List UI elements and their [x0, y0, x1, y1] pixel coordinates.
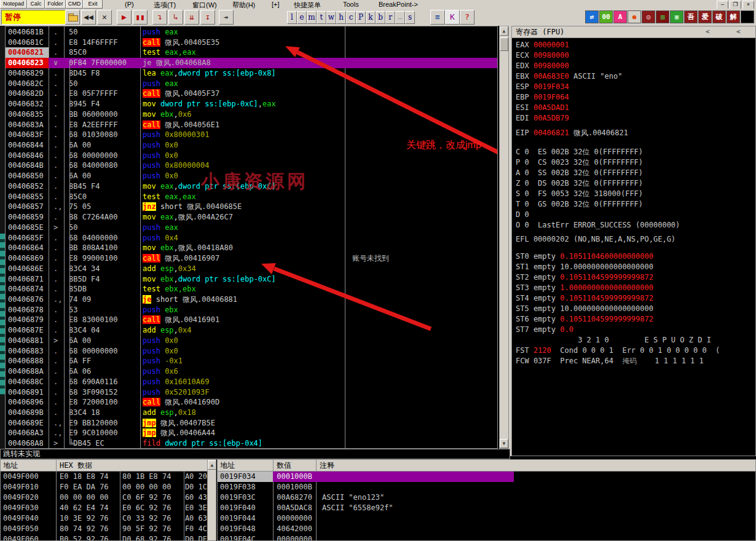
close-button[interactable]: ×	[742, 1, 754, 9]
window-button-t[interactable]: t	[317, 11, 326, 24]
plugin-swap-icon[interactable]: ⇄	[585, 10, 599, 23]
register-line[interactable]: 3 2 1 0 E S P U O Z D I	[516, 335, 755, 346]
disasm-row[interactable]: 0040685E>50push eax	[6, 223, 497, 233]
disasm-row[interactable]: 00406878.53push ebx	[6, 305, 497, 315]
disasm-row[interactable]: 00406821.85C0test eax,eax	[6, 47, 497, 58]
restore-button[interactable]: ❐	[730, 1, 741, 9]
disasm-row[interactable]: 00406879.E8 83000100call 微风.00416901	[6, 315, 497, 325]
window-button-m[interactable]: m	[307, 11, 317, 24]
trace-into-button[interactable]: ⇊	[184, 10, 199, 25]
collapse-icon[interactable]: <	[706, 26, 710, 38]
open-file-button[interactable]	[65, 10, 80, 25]
plugin-52pojie-4[interactable]: 解	[726, 10, 740, 23]
register-line[interactable]: ST1 empty 10.000000000000000000	[516, 262, 755, 272]
register-line[interactable]: ST2 empty 0.1051104599999999872	[516, 272, 755, 283]
disasm-scrollbar[interactable]: ▲ ▼	[499, 26, 509, 449]
disasm-row[interactable]: 00406864.BB 808A4100mov ebx,微风.00418A80	[6, 243, 497, 253]
register-line[interactable]: C 0 ES 002B 32位 0(FFFFFFFF)	[516, 147, 755, 157]
scroll-up-icon[interactable]: ▲	[500, 26, 508, 36]
window-button-b[interactable]: b	[376, 11, 385, 24]
plugin-screen-icon[interactable]: ▣	[670, 10, 683, 23]
disasm-row[interactable]: 00406829.8D45 F8lea eax,dword ptr ss:[eb…	[6, 68, 497, 79]
disasm-row[interactable]: 0040688C.68 690A0116push 0x16010A69	[6, 377, 497, 387]
plugin-record-icon[interactable]: ●	[628, 10, 641, 23]
register-line[interactable]: A 0 SS 002B 32位 0(FFFFFFFF)	[516, 168, 755, 178]
register-line[interactable]: ST0 empty 0.1051104600000000000	[516, 251, 755, 262]
menu-item[interactable]: 帮助(H)	[232, 1, 255, 9]
quickbar-button-exit[interactable]: Exit	[83, 0, 103, 9]
menu-item[interactable]: 选项(T)	[154, 1, 176, 9]
disasm-row[interactable]: 00406832.8945 F4mov dword ptr ss:[ebp-0x…	[6, 99, 497, 109]
memory-dump-pane[interactable]: 地址 HEX 数据 0049F000E0 18 E8 7480 1B E8 74…	[0, 459, 216, 541]
registers-pane[interactable]: 寄存器 (FPU) < < EAX 00000001ECX 00980000ED…	[511, 26, 756, 456]
stack-row[interactable]: 0019F0340001000B	[218, 472, 514, 482]
disasm-row[interactable]: 0040689E.,E9 BB120000jmp 微风.00407B5E	[6, 418, 497, 428]
register-line[interactable]: ST6 empty 0.1051104599999999872	[516, 314, 755, 325]
window-button-e[interactable]: e	[297, 11, 307, 24]
disasm-row[interactable]: 00406896.E8 72000100call 微风.0041690D	[6, 397, 497, 408]
menu-item[interactable]: Tools	[343, 1, 359, 8]
disasm-row[interactable]: 0040681C.E8 14F6FFFFcall 微风.00405E35	[6, 38, 497, 48]
options-list-button[interactable]: ≡	[430, 10, 445, 25]
menu-item[interactable]: 快捷菜单	[294, 1, 321, 9]
register-line[interactable]: EBX 00A683E0 ASCII "eno"	[516, 71, 755, 82]
register-line[interactable]: EFL 00000202 (NO,NB,NE,A,NS,PO,GE,G)	[516, 234, 755, 245]
scroll-thumb[interactable]	[500, 38, 508, 51]
register-line[interactable]: EAX 00000001	[516, 40, 755, 50]
trace-over-button[interactable]: ↧	[200, 10, 215, 25]
close-process-button[interactable]: ✕	[97, 10, 112, 25]
register-line[interactable]: P 0 CS 0023 32位 0(FFFFFFFF)	[516, 157, 755, 168]
disasm-row[interactable]: 00406888.6A FFpush -0x1	[6, 356, 497, 366]
disasm-row[interactable]: 00406881>6A 00push 0x0	[6, 336, 497, 346]
stack-row[interactable]: 0019F04C00000000	[218, 534, 514, 541]
window-button-w[interactable]: w	[326, 11, 336, 24]
dump-scrollbar[interactable]: ▲	[207, 460, 216, 540]
disasm-row[interactable]: 00406835.BB 06000000mov ebx,0x6	[6, 109, 497, 120]
register-line[interactable]: O 0 LastErr ERROR_SUCCESS (00000000)	[516, 220, 755, 231]
disasm-row[interactable]: 0040685F.68 04000000push 0x4	[6, 233, 497, 243]
disasm-row[interactable]: 00406823∨0F84 7F000000je 微风.004068A8	[6, 58, 497, 68]
register-line[interactable]: ESP 0019F034	[516, 82, 755, 92]
register-line[interactable]: EDI 00A5DB79	[516, 113, 755, 124]
plugin-target-icon[interactable]: ◎	[642, 10, 655, 23]
scroll-up-icon[interactable]: ▲	[208, 460, 216, 470]
window-button-c[interactable]: c	[346, 11, 356, 24]
plugin-analyzer-icon[interactable]: A	[613, 10, 627, 23]
disasm-row[interactable]: 0040681B.50push eax	[6, 27, 497, 38]
stack-row[interactable]: 0019F03C00A68270ASCII "eno123"	[218, 492, 514, 503]
disasm-row[interactable]: 00406874.85DBtest ebx,ebx	[6, 284, 497, 294]
window-button-h[interactable]: h	[336, 11, 346, 24]
register-line[interactable]: EIP 00406821 微风.00406821	[516, 128, 755, 138]
disasm-row[interactable]: 00406891.68 3F090152push 0x5201093F	[6, 387, 497, 398]
disasm-row[interactable]: 0040686E.83C4 34add esp,0x34	[6, 264, 497, 274]
dump-row[interactable]: 0049F04010 3E 92 76C0 33 92 76A0 63	[1, 513, 207, 524]
dump-row[interactable]: 0049F02000 00 00 00C0 6F 92 7660 43	[1, 492, 207, 503]
disasm-row[interactable]: 0040683A.E8 A2EEFFFFcall 微风.004056E1	[6, 120, 497, 130]
register-line[interactable]: FCW 037F Prec NEAR,64 掩码 1 1 1 1 1 1	[516, 356, 755, 366]
dump-row[interactable]: 0049F010F0 EA DA 7600 00 00 00D0 1C	[1, 482, 207, 492]
window-button-s[interactable]: s	[405, 11, 415, 24]
register-line[interactable]: ST3 empty 1.0000000000000000000	[516, 283, 755, 293]
register-line[interactable]: EBP 0019F064	[516, 92, 755, 103]
run-button[interactable]: ▶	[117, 10, 132, 25]
step-into-button[interactable]: ↴	[152, 10, 167, 25]
plugin-52pojie-2[interactable]: 爱	[698, 10, 712, 23]
scroll-down-icon[interactable]: ▼	[500, 439, 508, 448]
stack-row[interactable]: 0019F0380001000B	[218, 482, 514, 492]
register-line[interactable]: T 0 GS 002B 32位 0(FFFFFFFF)	[516, 199, 755, 210]
disasm-row[interactable]: 00406876.,74 09je short 微风.00406881	[6, 294, 497, 305]
register-line[interactable]: ST7 empty 0.0	[516, 325, 755, 335]
disasm-row[interactable]: 004068A3.,E9 9C010000jmp 微风.00406A44	[6, 428, 497, 438]
disassembly-pane[interactable]: 0040681B.50push eax0040681C.E8 14F6FFFFc…	[5, 26, 498, 449]
quickbar-button-calc[interactable]: Calc	[27, 0, 45, 9]
register-line[interactable]: Z 0 DS 002B 32位 0(FFFFFFFF)	[516, 178, 755, 189]
execute-till-return-button[interactable]: ↠	[219, 10, 234, 25]
stack-row[interactable]: 0019F04840642000	[218, 524, 514, 534]
minimize-button[interactable]: –	[717, 1, 728, 9]
disasm-row[interactable]: 00406883.68 00000000push 0x0	[6, 346, 497, 357]
disasm-row[interactable]: 004068A8>└DB45 ECfild dword ptr ss:[ebp-…	[6, 438, 497, 449]
menu-item[interactable]: 窗口(W)	[192, 1, 217, 9]
step-over-button[interactable]: ↳	[168, 10, 183, 25]
disasm-row[interactable]: 0040688A.6A 06push 0x6	[6, 366, 497, 377]
window-button-l[interactable]: l	[287, 11, 297, 24]
